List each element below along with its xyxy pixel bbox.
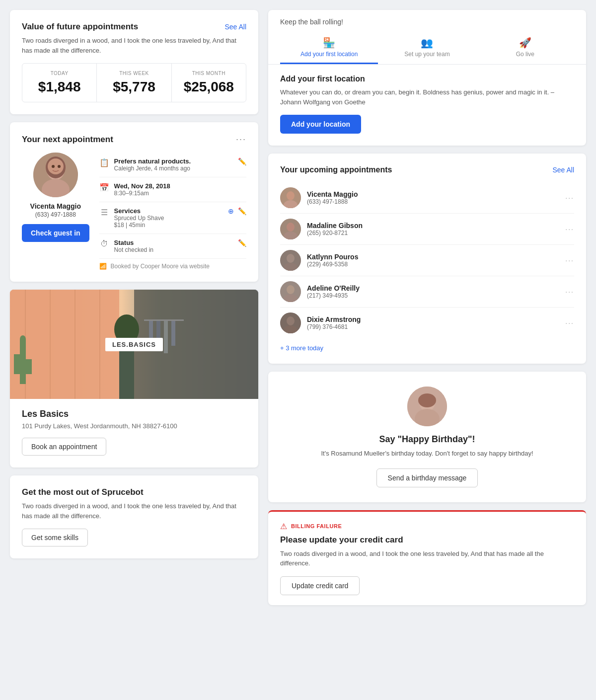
stat-today-value: $1,848 bbox=[26, 79, 92, 95]
value-see-all-link[interactable]: See All bbox=[224, 23, 246, 31]
check-in-button[interactable]: Check guest in bbox=[22, 224, 89, 242]
setup-tab-team[interactable]: 👥 Set up your team bbox=[378, 32, 476, 64]
svg-point-5 bbox=[52, 165, 55, 168]
setup-header-text: Keep the ball rolling! bbox=[280, 18, 574, 26]
svg-point-43 bbox=[418, 393, 436, 407]
svg-point-26 bbox=[287, 191, 295, 200]
billing-title: Please update your credit card bbox=[280, 535, 574, 545]
svg-rect-21 bbox=[164, 321, 168, 353]
upcoming-phone-2: (265) 920-8721 bbox=[307, 230, 559, 236]
services-price: $18 | 45min bbox=[114, 222, 223, 229]
upcoming-item: Adeline O'Reilly (217) 349-4935 ··· bbox=[280, 276, 574, 308]
appt-status: ⏱ Status Not checked in ✏️ bbox=[99, 234, 246, 259]
svg-rect-15 bbox=[26, 359, 32, 374]
value-card-title: Value of future appointments bbox=[22, 22, 138, 32]
appt-notes: 📋 Prefers natural products. Caleigh Jerd… bbox=[99, 153, 246, 177]
notes-sub: Caleigh Jerde, 4 months ago bbox=[114, 165, 233, 172]
send-birthday-message-button[interactable]: Send a birthday message bbox=[376, 468, 478, 487]
upcoming-name-2: Madaline Gibson bbox=[307, 222, 559, 230]
skills-card: Get the most out of Sprucebot Two roads … bbox=[10, 475, 258, 558]
services-icon: ☰ bbox=[99, 208, 109, 217]
upcoming-see-all-link[interactable]: See All bbox=[552, 166, 574, 174]
upcoming-item: Madaline Gibson (265) 920-8721 ··· bbox=[280, 214, 574, 245]
appt-services: ☰ Services Spruced Up Shave $18 | 45min … bbox=[99, 202, 246, 234]
stat-week-value: $5,778 bbox=[101, 79, 167, 95]
upcoming-phone-3: (229) 469-5358 bbox=[307, 261, 559, 268]
setup-tab-team-label: Set up your team bbox=[404, 51, 449, 58]
upcoming-menu-3[interactable]: ··· bbox=[565, 256, 574, 264]
status-icon: ⏱ bbox=[99, 239, 109, 248]
stat-today: TODAY $1,848 bbox=[22, 64, 97, 102]
more-today-link[interactable]: + 3 more today bbox=[280, 344, 574, 352]
setup-tab-live-label: Go live bbox=[516, 51, 534, 58]
store-image: LES.BASICS bbox=[10, 290, 258, 399]
value-stats: TODAY $1,848 THIS WEEK $5,778 THIS MONTH… bbox=[22, 63, 246, 102]
next-appointment-card: Your next appointment ··· bbox=[10, 122, 258, 282]
upcoming-item: Katlynn Pouros (229) 469-5358 ··· bbox=[280, 245, 574, 276]
services-add-icon[interactable]: ⊕ bbox=[228, 207, 234, 215]
upcoming-list: Vicenta Maggio (633) 497-1888 ··· Madali… bbox=[280, 182, 574, 338]
setup-tab-location[interactable]: 🏪 Add your first location bbox=[280, 32, 378, 64]
billing-desc: Two roads diverged in a wood, and I took… bbox=[280, 549, 574, 568]
svg-rect-10 bbox=[50, 290, 51, 399]
upcoming-menu-1[interactable]: ··· bbox=[565, 194, 574, 202]
next-appt-title: Your next appointment bbox=[22, 135, 113, 145]
value-card: Value of future appointments See All Two… bbox=[10, 10, 258, 114]
update-credit-card-button[interactable]: Update credit card bbox=[280, 576, 360, 595]
svg-point-38 bbox=[287, 316, 295, 325]
booked-by: 📶 Booked by Cooper Moore via website bbox=[99, 263, 246, 270]
skills-desc: Two roads diverged in a wood, and I took… bbox=[22, 501, 246, 521]
upcoming-avatar-1 bbox=[280, 187, 301, 208]
services-edit-icon[interactable]: ✏️ bbox=[238, 207, 246, 215]
booked-by-text: Booked by Cooper Moore via website bbox=[111, 263, 210, 270]
setup-content-desc: Whatever you can do, or dream you can, b… bbox=[280, 87, 574, 107]
notes-edit-icon[interactable]: ✏️ bbox=[238, 157, 246, 165]
svg-point-16 bbox=[20, 335, 26, 343]
upcoming-avatar-2 bbox=[280, 219, 301, 239]
get-skills-button[interactable]: Get some skills bbox=[22, 529, 88, 546]
birthday-title: Say "Happy Birthday"! bbox=[280, 434, 574, 445]
svg-rect-11 bbox=[74, 290, 75, 399]
add-location-button[interactable]: Add your location bbox=[280, 115, 361, 134]
upcoming-item: Dixie Armstrong (799) 376-4681 ··· bbox=[280, 308, 574, 338]
svg-point-35 bbox=[287, 285, 295, 294]
setup-tab-location-label: Add your first location bbox=[300, 51, 358, 58]
upcoming-name-5: Dixie Armstrong bbox=[307, 315, 559, 323]
upcoming-title: Your upcoming appointments bbox=[280, 165, 392, 174]
appt-details: 📋 Prefers natural products. Caleigh Jerd… bbox=[99, 153, 246, 270]
status-value: Not checked in bbox=[114, 246, 233, 253]
status-edit-icon[interactable]: ✏️ bbox=[238, 239, 246, 247]
next-appt-menu[interactable]: ··· bbox=[236, 134, 246, 145]
birthday-card: Say "Happy Birthday"! It's Rosamund Muel… bbox=[268, 372, 586, 502]
live-tab-icon: 🚀 bbox=[519, 37, 531, 49]
upcoming-menu-5[interactable]: ··· bbox=[565, 319, 574, 327]
billing-warning: ⚠ Billing Failure bbox=[280, 522, 574, 531]
upcoming-item: Vicenta Maggio (633) 497-1888 ··· bbox=[280, 182, 574, 214]
svg-rect-13 bbox=[20, 339, 26, 384]
upcoming-phone-1: (633) 497-1888 bbox=[307, 198, 559, 205]
svg-rect-22 bbox=[171, 321, 175, 346]
upcoming-menu-4[interactable]: ··· bbox=[565, 288, 574, 296]
calendar-icon: 📅 bbox=[99, 183, 109, 192]
warning-icon: ⚠ bbox=[280, 522, 287, 531]
store-label: LES.BASICS bbox=[105, 338, 163, 351]
upcoming-name-1: Vicenta Maggio bbox=[307, 190, 559, 198]
stat-month-value: $25,068 bbox=[176, 79, 242, 95]
value-card-desc: Two roads diverged in a wood, and I took… bbox=[22, 36, 246, 55]
svg-point-29 bbox=[287, 223, 295, 232]
upcoming-avatar-3 bbox=[280, 250, 301, 271]
services-name: Spruced Up Shave bbox=[114, 215, 223, 222]
svg-rect-8 bbox=[10, 290, 119, 399]
svg-rect-12 bbox=[99, 290, 100, 399]
setup-tab-live[interactable]: 🚀 Go live bbox=[476, 32, 574, 64]
upcoming-name-4: Adeline O'Reilly bbox=[307, 284, 559, 292]
upcoming-menu-2[interactable]: ··· bbox=[565, 225, 574, 233]
billing-warning-text: Billing Failure bbox=[291, 523, 342, 529]
book-appointment-button[interactable]: Book an appointment bbox=[22, 438, 106, 456]
birthday-avatar bbox=[407, 387, 447, 426]
status-title: Status bbox=[114, 239, 233, 246]
setup-card: Keep the ball rolling! 🏪 Add your first … bbox=[268, 10, 586, 146]
stat-month-label: THIS MONTH bbox=[176, 71, 242, 76]
stat-week: THIS WEEK $5,778 bbox=[97, 64, 171, 102]
svg-rect-18 bbox=[144, 319, 184, 321]
